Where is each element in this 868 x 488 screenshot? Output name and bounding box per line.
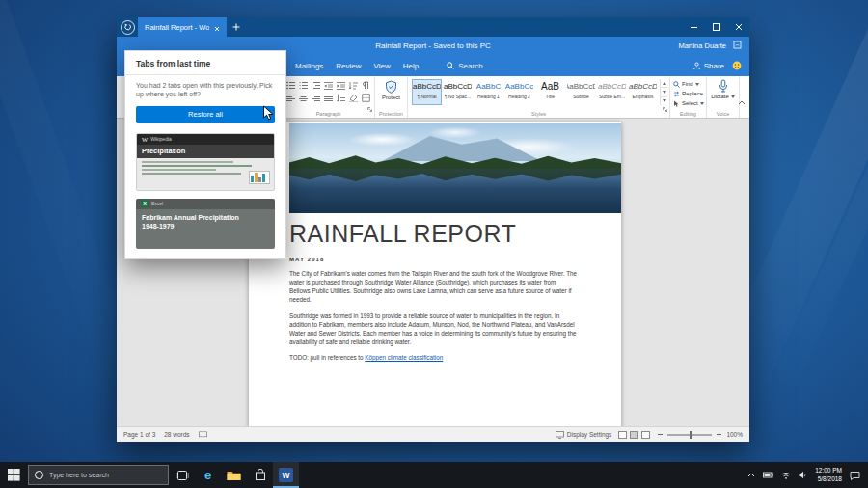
share-icon — [692, 62, 701, 70]
close-icon — [735, 23, 743, 31]
feedback-smiley-icon[interactable] — [732, 61, 742, 70]
decrease-indent-button[interactable] — [323, 80, 334, 91]
document-page[interactable]: RAINFALL REPORT MAY 2018 The City of Fab… — [249, 122, 621, 426]
shading-button[interactable] — [348, 93, 359, 103]
align-left-button[interactable] — [285, 93, 296, 103]
new-tab-button[interactable] — [227, 17, 246, 37]
zoom-slider-thumb[interactable] — [690, 431, 692, 439]
web-layout-button[interactable] — [641, 431, 650, 439]
card-title: Fabrikam Annual Precipitation 1948-1979 — [136, 209, 249, 235]
status-bar: Page 1 of 3 28 words Display Settings — [117, 426, 749, 442]
wikipedia-icon: W — [142, 136, 148, 143]
styles-scroll-up-button[interactable] — [661, 79, 667, 88]
dictate-button[interactable]: Dictate — [711, 94, 735, 99]
maximize-button[interactable] — [705, 17, 727, 37]
style-item-title[interactable]: AaBTitle — [535, 79, 565, 105]
popup-title: Tabs from last time — [125, 51, 285, 74]
show-hidden-icons-button[interactable] — [747, 473, 755, 477]
tab-close-icon[interactable] — [214, 18, 220, 36]
find-button[interactable]: Find — [673, 79, 704, 89]
taskbar-clock[interactable]: 12:00 PM 5/8/2018 — [815, 467, 842, 482]
justify-button[interactable] — [323, 93, 334, 103]
style-item-emphasis[interactable]: AaBbCcDdEmphasis — [628, 79, 658, 105]
action-center-button[interactable] — [850, 471, 860, 480]
sort-button[interactable] — [348, 80, 359, 91]
tell-me-search[interactable]: Search — [447, 62, 482, 70]
task-view-button[interactable] — [169, 462, 195, 488]
cortana-icon — [35, 471, 43, 479]
select-button[interactable]: Select — [673, 98, 704, 108]
ribbon-tab-view[interactable]: View — [374, 62, 391, 70]
ribbon-tab-review[interactable]: Review — [336, 62, 361, 70]
style-item-no-spacing[interactable]: AaBbCcDd¶ No Spac... — [443, 79, 473, 105]
minimize-button[interactable] — [683, 17, 705, 37]
wifi-icon[interactable] — [781, 472, 791, 479]
paragraph-dialog-launcher[interactable] — [367, 98, 372, 116]
lake-photo — [289, 123, 621, 213]
numbering-button[interactable] — [298, 80, 309, 91]
style-item-subtitle[interactable]: AaBbCcDSubtitle — [566, 79, 596, 105]
protection-group-label: Protection — [375, 111, 407, 117]
previous-tabs-icon — [121, 20, 135, 35]
style-item-heading2[interactable]: AaBbCcHeading 2 — [504, 79, 534, 105]
previous-tabs-button[interactable] — [117, 17, 138, 37]
increase-indent-button[interactable] — [336, 80, 346, 91]
style-item-heading1[interactable]: AaBbCHeading 1 — [474, 79, 503, 105]
voice-group-label: Voice — [707, 111, 739, 117]
display-settings-button[interactable]: Display Settings — [556, 431, 612, 439]
tab-card-excel[interactable]: X Excel Fabrikam Annual Precipitation 19… — [136, 199, 275, 249]
restore-all-button[interactable]: Restore all — [136, 106, 275, 123]
proofing-icon[interactable] — [199, 431, 207, 438]
zoom-level[interactable]: 100% — [726, 431, 743, 438]
chevron-down-icon — [663, 91, 666, 94]
document-paragraph: Southridge was formed in 1993 to provide… — [289, 312, 577, 347]
word-count[interactable]: 28 words — [164, 431, 189, 438]
file-explorer-icon — [227, 470, 241, 481]
styles-dialog-launcher[interactable] — [663, 98, 667, 116]
display-settings-icon — [556, 431, 564, 439]
dictate-microphone-icon[interactable] — [718, 79, 729, 93]
edge-browser-button[interactable]: e — [195, 462, 221, 488]
document-paragraph: The City of Fabrikam's water comes from … — [289, 269, 577, 305]
align-center-button[interactable] — [298, 93, 309, 103]
multilevel-list-button[interactable] — [311, 80, 321, 91]
battery-icon[interactable] — [763, 472, 773, 478]
collapse-ribbon-button[interactable] — [738, 92, 746, 109]
ribbon-tab-mailings[interactable]: Mailings — [295, 62, 323, 70]
show-formatting-button[interactable] — [361, 80, 371, 91]
zoom-slider[interactable] — [667, 434, 712, 436]
task-view-icon — [176, 470, 189, 481]
tab-card-wikipedia[interactable]: W Wikipedia Precipitation — [136, 133, 275, 191]
style-item-subtle-emphasis[interactable]: AaBbCcDdSubtle Em... — [597, 79, 627, 105]
ribbon-display-options-icon[interactable] — [733, 41, 742, 51]
style-item-normal[interactable]: AaBbCcDd¶ Normal — [412, 79, 442, 105]
koppen-hyperlink[interactable]: Köppen climate classification — [365, 354, 443, 361]
user-name[interactable]: Martina Duarte — [678, 41, 726, 50]
line-spacing-button[interactable] — [336, 93, 346, 103]
read-mode-button[interactable] — [618, 431, 627, 439]
replace-button[interactable]: Replace — [673, 89, 704, 98]
start-button[interactable] — [0, 462, 28, 488]
styles-scroll-down-button[interactable] — [661, 88, 667, 96]
window-tab[interactable]: Rainfall Report - Wo — [138, 17, 227, 37]
card-app-name: Wikipedia — [150, 136, 172, 142]
volume-icon[interactable] — [799, 471, 807, 479]
taskbar-search-box[interactable]: Type here to search — [28, 465, 169, 485]
store-button[interactable] — [247, 462, 273, 488]
share-button[interactable]: Share — [692, 62, 724, 70]
page-indicator[interactable]: Page 1 of 3 — [123, 431, 155, 438]
align-right-button[interactable] — [311, 93, 321, 103]
close-button[interactable] — [727, 17, 749, 37]
ribbon-tab-help[interactable]: Help — [403, 62, 419, 70]
file-explorer-button[interactable] — [221, 462, 247, 488]
chevron-down-icon — [731, 95, 735, 98]
bullets-button[interactable] — [285, 80, 296, 91]
protect-button[interactable]: Protect — [382, 95, 400, 100]
zoom-out-button[interactable] — [657, 431, 664, 438]
zoom-in-button[interactable] — [716, 431, 722, 438]
document-todo-line: TODO: pull in references to Köppen clima… — [289, 353, 577, 362]
protect-shield-icon[interactable] — [385, 80, 397, 94]
print-layout-button[interactable] — [630, 431, 638, 439]
chevron-up-icon — [738, 100, 746, 105]
word-taskbar-button[interactable]: W — [273, 462, 299, 488]
